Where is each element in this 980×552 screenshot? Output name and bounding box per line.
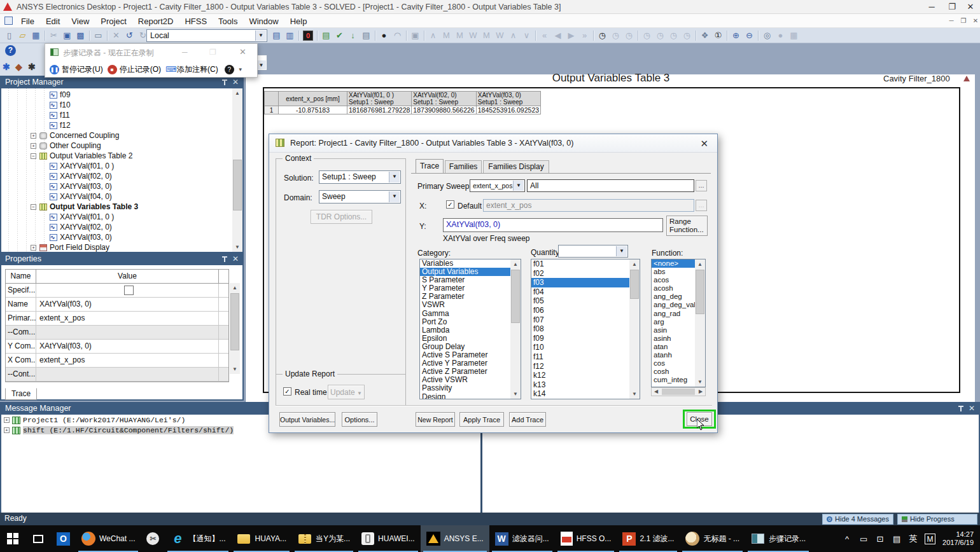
toolbar-icon[interactable]: ◷ xyxy=(609,29,622,43)
list-item[interactable]: f08 xyxy=(531,324,629,334)
primary-sweep-range-field[interactable]: All xyxy=(527,179,694,192)
solution-combobox[interactable]: Setup1 : Sweep ▼ xyxy=(319,170,401,184)
primary-sweep-combobox[interactable]: extent_x_pos ▼ xyxy=(470,179,525,192)
toolbar-icon[interactable]: ● xyxy=(377,29,391,43)
toolbar-icon[interactable]: ▤ xyxy=(360,29,373,43)
list-item[interactable]: cos xyxy=(652,359,696,368)
close-button[interactable]: ✕ xyxy=(961,0,980,14)
menu-item[interactable]: Project xyxy=(95,14,132,28)
scroll-down-icon[interactable]: ▼ xyxy=(695,377,705,387)
list-item[interactable]: atanh xyxy=(652,351,696,359)
scroll-down-icon[interactable]: ▼ xyxy=(510,389,521,399)
pin-icon[interactable] xyxy=(958,406,963,411)
list-item[interactable]: acos xyxy=(652,276,696,284)
x-default-checkbox[interactable]: ✓ xyxy=(446,200,454,209)
toolbar-icon[interactable] xyxy=(373,29,377,43)
list-item[interactable]: cum_integ xyxy=(652,376,696,384)
quantity-list[interactable]: f01f02f03f04f05f06f07f08f09f10f11f12k12k… xyxy=(531,259,640,399)
x-value-field[interactable]: extent_x_pos xyxy=(483,199,694,212)
list-item[interactable]: VSWR xyxy=(420,301,510,309)
toolbar-icon[interactable]: ◷ xyxy=(640,29,654,43)
scrollbar-thumb[interactable] xyxy=(233,160,242,210)
taskbar-item[interactable]: ANSYS E... xyxy=(421,525,489,552)
scroll-up-icon[interactable]: ▲ xyxy=(510,259,521,269)
toolbar-icon[interactable]: ▦ xyxy=(29,29,43,43)
close-icon[interactable]: ✕ xyxy=(232,252,239,265)
tree-item[interactable]: Output Variables Table 3 xyxy=(1,202,232,212)
tray-expand-icon[interactable]: ^ xyxy=(839,534,855,544)
tree-item[interactable]: XAtYVal(f04, 0) xyxy=(1,191,232,202)
list-item[interactable]: f07 xyxy=(531,315,629,325)
range-function-button[interactable]: RangeFunction... xyxy=(666,216,708,236)
list-item[interactable]: Port Zo xyxy=(420,318,510,326)
quantity-combobox[interactable]: ▼ xyxy=(558,245,628,258)
property-row[interactable]: Name XAtYVal(f03, 0) xyxy=(6,298,228,312)
list-item[interactable]: Passivity xyxy=(420,384,510,392)
toolbar-icon[interactable]: ✂ xyxy=(47,29,60,43)
toolbar-icon[interactable]: ⊕ xyxy=(729,29,743,43)
tree-item[interactable]: Port Field Display xyxy=(1,242,232,252)
scrollbar-thumb[interactable] xyxy=(230,293,239,350)
menu-item[interactable]: HFSS xyxy=(179,14,213,28)
toolbar-icon[interactable]: ▶ xyxy=(564,29,578,43)
chevron-down-icon[interactable]: ▼ xyxy=(238,67,243,72)
list-item[interactable]: f09 xyxy=(531,334,629,343)
list-item[interactable]: f10 xyxy=(531,343,629,352)
toolbar-icon[interactable]: 0 xyxy=(303,31,313,41)
taskbar-item[interactable]: 当Y为某... xyxy=(292,525,356,552)
toolbar-icon[interactable] xyxy=(725,29,729,43)
list-item[interactable]: f12 xyxy=(531,362,629,371)
tab-families-display[interactable]: Families Display xyxy=(483,160,549,173)
minimize-icon[interactable]: ─ xyxy=(182,48,188,57)
scrollbar-thumb[interactable] xyxy=(511,270,520,323)
close-icon[interactable]: ✕ xyxy=(239,47,246,57)
toolbar-icon[interactable]: ● xyxy=(774,29,787,43)
tdr-options-button[interactable]: TDR Options... xyxy=(311,210,372,224)
tab-trace[interactable]: Trace xyxy=(5,388,37,400)
domain-combobox[interactable]: Sweep ▼ xyxy=(319,190,401,204)
tree-item[interactable]: XAtYVal(f03, 0) xyxy=(1,232,232,242)
taskbar-item[interactable] xyxy=(0,525,25,552)
list-item[interactable]: ang_deg_val xyxy=(652,301,696,309)
tree-item[interactable]: XAtYVal(f02, 0) xyxy=(1,222,232,232)
add-trace-button[interactable]: Add Trace xyxy=(509,412,546,427)
list-item[interactable]: f01 xyxy=(531,259,629,269)
list-item[interactable]: f04 xyxy=(531,287,629,297)
hide-messages-button[interactable]: 0 Hide 4 Messages xyxy=(822,514,893,525)
primary-sweep-browse-button[interactable]: ... xyxy=(696,180,707,191)
clock[interactable]: 14:27 2017/6/19 xyxy=(942,530,974,547)
list-item[interactable]: acosh xyxy=(652,284,696,293)
add-comment-button[interactable]: ⌨ 添加注释(C) xyxy=(165,64,218,75)
toolbar-icon[interactable]: W xyxy=(493,29,507,43)
display-icon[interactable]: ⊡ xyxy=(872,534,888,544)
scroll-up-icon[interactable]: ▲ xyxy=(232,88,242,98)
list-item[interactable]: arg xyxy=(652,318,696,326)
scroll-up-icon[interactable]: ▲ xyxy=(230,283,240,293)
toolbar-icon[interactable]: ◆ xyxy=(15,62,22,72)
toolbar-icon[interactable]: ▦ xyxy=(787,29,801,43)
realtime-checkbox[interactable]: ✓ xyxy=(283,387,291,396)
toolbar-icon[interactable]: M xyxy=(440,29,453,43)
category-list[interactable]: VariablesOutput VariablesS ParameterY Pa… xyxy=(419,259,521,399)
scroll-left-icon[interactable]: ◀ xyxy=(652,388,661,396)
toolbar-icon[interactable]: ▱ xyxy=(16,29,29,43)
toolbar-icon[interactable] xyxy=(533,29,538,43)
property-row[interactable]: --Cont... xyxy=(6,368,228,382)
property-row[interactable]: Y Com... XAtYVal(f03, 0) xyxy=(6,340,228,354)
new-report-button[interactable]: New Report xyxy=(416,412,455,427)
scroll-up-icon[interactable]: ▲ xyxy=(695,259,705,269)
toolbar-icon[interactable]: ◎ xyxy=(760,29,774,43)
child-restore-button[interactable]: ❐ xyxy=(958,17,969,26)
scrollbar-thumb[interactable] xyxy=(662,389,695,395)
property-row[interactable]: Primar... extent_x_pos xyxy=(6,312,228,326)
scrollbar-vertical[interactable]: ▲ ▼ xyxy=(232,88,242,252)
menu-item[interactable]: File xyxy=(15,14,40,28)
toolbar-icon[interactable]: » xyxy=(578,29,591,43)
taskbar-item[interactable]: W 滤波器问... xyxy=(489,525,555,552)
menu-item[interactable]: Help xyxy=(284,14,313,28)
tree-item[interactable]: XAtYVal(f03, 0) xyxy=(1,181,232,191)
scroll-down-icon[interactable]: ▼ xyxy=(232,242,242,252)
help-icon[interactable]: ? xyxy=(5,45,16,56)
child-minimize-button[interactable]: ─ xyxy=(946,17,957,26)
toolbar-icon[interactable]: ❖ xyxy=(698,29,711,43)
